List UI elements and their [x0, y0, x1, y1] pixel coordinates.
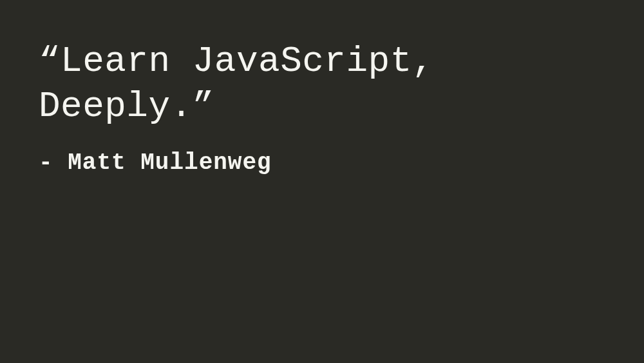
- quote-attribution: - Matt Mullenweg: [39, 150, 605, 176]
- quote-text: “Learn JavaScript, Deeply.”: [39, 39, 605, 129]
- quote-slide: “Learn JavaScript, Deeply.” - Matt Mulle…: [0, 0, 644, 363]
